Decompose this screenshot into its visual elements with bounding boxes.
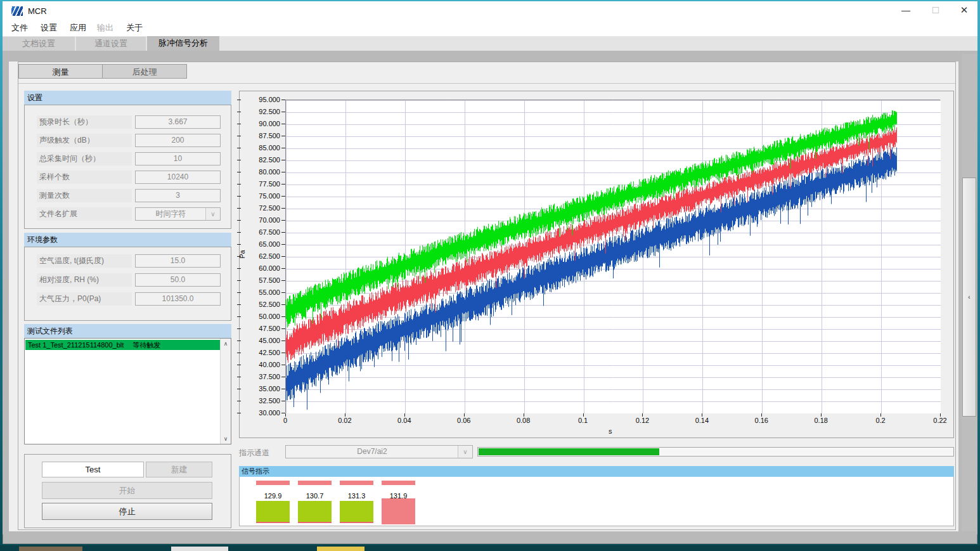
chevron-down-icon[interactable]: ∨ bbox=[205, 208, 220, 220]
y-tick-label: 47.500 bbox=[243, 325, 280, 332]
y-tick-mark bbox=[237, 377, 241, 377]
y-tick-mark bbox=[281, 196, 285, 197]
scroll-down-icon[interactable]: ∨ bbox=[221, 434, 231, 444]
x-tick-mark bbox=[761, 413, 762, 417]
environment-group-header: 环境参数 bbox=[24, 233, 231, 247]
right-scrollbar-thumb[interactable]: ‹ bbox=[962, 178, 976, 417]
y-tick-mark bbox=[281, 365, 285, 365]
x-tick-label: 0.12 bbox=[636, 417, 649, 424]
y-tick-label: 75.000 bbox=[243, 192, 280, 200]
x-tick-label: 0.22 bbox=[933, 417, 946, 424]
stop-button[interactable]: 停止 bbox=[42, 503, 212, 520]
tab-channel-settings[interactable]: 通道设置 bbox=[76, 37, 146, 51]
filename-ext-dropdown[interactable]: 时间字符 ∨ bbox=[135, 207, 221, 221]
test-file-list[interactable]: Test 1_Test_211215114800_blt等待触发 ∧ ∨ bbox=[24, 338, 231, 444]
x-tick-mark bbox=[464, 413, 465, 417]
tab-document-settings[interactable]: 文档设置 bbox=[3, 37, 75, 51]
list-scrollbar[interactable]: ∧ ∨ bbox=[220, 339, 231, 444]
y-tick-mark bbox=[281, 328, 285, 329]
trigger-level-field[interactable]: 200 bbox=[135, 134, 221, 147]
y-tick-label: 60.000 bbox=[243, 264, 280, 272]
y-tick-mark bbox=[281, 256, 285, 257]
y-tick-mark bbox=[237, 365, 241, 365]
menu-apply[interactable]: 应用 bbox=[66, 20, 90, 36]
y-tick-mark bbox=[237, 124, 241, 124]
signal-limit-bar bbox=[382, 481, 415, 485]
tab-pulse-signal-analysis[interactable]: 脉冲信号分析 bbox=[147, 36, 219, 51]
air-temp-field[interactable]: 15.0 bbox=[135, 254, 221, 268]
y-tick-mark bbox=[281, 280, 285, 281]
menu-output: 输出 bbox=[93, 20, 117, 36]
subtab-measure[interactable]: 测量 bbox=[18, 64, 103, 79]
minimize-button[interactable]: — bbox=[893, 1, 919, 19]
y-tick-mark bbox=[281, 401, 285, 401]
y-tick-mark bbox=[281, 353, 285, 353]
y-tick-label: 65.000 bbox=[243, 240, 280, 248]
y-tick-mark bbox=[237, 256, 241, 257]
test-name-field[interactable]: Test bbox=[42, 462, 144, 477]
signal-limit-bar bbox=[340, 481, 373, 485]
x-tick-mark bbox=[702, 413, 702, 417]
indicator-channel-dropdown[interactable]: Dev7/ai2 ∨ bbox=[285, 445, 473, 458]
y-tick-mark bbox=[237, 353, 241, 353]
title-bar: MCR bbox=[3, 1, 977, 20]
taskbar-icon bbox=[317, 547, 364, 551]
y-tick-mark bbox=[237, 340, 241, 341]
y-tick-mark bbox=[281, 124, 285, 124]
humidity-field[interactable]: 50.0 bbox=[135, 273, 221, 287]
field-label-trigger-level: 声级触发（dB） bbox=[37, 134, 132, 147]
x-tick-label: 0.1 bbox=[578, 417, 588, 424]
x-tick-label: 0 bbox=[283, 417, 287, 424]
maximize-button[interactable]: ☐ bbox=[922, 1, 949, 19]
x-tick-label: 0.16 bbox=[755, 417, 768, 424]
prerecord-duration-field[interactable]: 3.667 bbox=[135, 115, 221, 129]
y-tick-label: 57.500 bbox=[243, 276, 280, 284]
y-tick-mark bbox=[237, 172, 241, 172]
x-axis-title: s bbox=[609, 427, 612, 435]
y-tick-label: 87.500 bbox=[243, 132, 280, 139]
total-time-field[interactable]: 10 bbox=[135, 152, 221, 165]
new-button: 新建 bbox=[146, 462, 212, 477]
signal-level-block bbox=[382, 498, 415, 524]
pressure-field[interactable]: 101350.0 bbox=[135, 292, 221, 306]
y-tick-mark bbox=[237, 184, 241, 185]
y-tick-label: 30.000 bbox=[243, 409, 280, 417]
y-tick-label: 70.000 bbox=[243, 216, 280, 224]
signal-panel-header: 信号指示 bbox=[239, 466, 954, 477]
subtab-postprocess[interactable]: 后处理 bbox=[102, 64, 187, 79]
chevron-down-icon[interactable]: ∨ bbox=[458, 446, 472, 458]
signal-level-block bbox=[256, 501, 290, 523]
indicator-channel-label: 指示通道 bbox=[239, 448, 269, 458]
x-tick-label: 0.14 bbox=[695, 417, 709, 424]
scroll-up-icon[interactable]: ∧ bbox=[221, 339, 231, 349]
menu-file[interactable]: 文件 bbox=[8, 20, 32, 36]
y-tick-mark bbox=[281, 184, 285, 185]
y-tick-label: 92.500 bbox=[243, 108, 280, 115]
x-tick-mark bbox=[940, 413, 941, 417]
y-tick-mark bbox=[281, 172, 285, 172]
x-tick-mark bbox=[642, 413, 643, 417]
indicator-channel-value: Dev7/ai2 bbox=[286, 446, 458, 458]
start-button: 开始 bbox=[42, 482, 212, 499]
y-tick-label: 90.000 bbox=[243, 120, 280, 127]
y-tick-mark bbox=[237, 401, 241, 401]
waveform-canvas bbox=[286, 100, 941, 413]
signal-limit-bar bbox=[298, 481, 332, 485]
list-item-selected[interactable]: Test 1_Test_211215114800_blt等待触发 bbox=[25, 340, 220, 350]
menu-about[interactable]: 关于 bbox=[122, 20, 146, 36]
filename-ext-value: 时间字符 bbox=[136, 208, 206, 220]
close-button[interactable]: ✕ bbox=[951, 1, 977, 19]
sample-count-field[interactable]: 10240 bbox=[135, 171, 221, 184]
y-tick-mark bbox=[237, 328, 241, 329]
field-label-pressure: 大气压力，P0(Pa) bbox=[37, 292, 132, 306]
menu-settings[interactable]: 设置 bbox=[37, 20, 61, 36]
menu-bar: 文件 设置 应用 输出 关于 bbox=[3, 20, 977, 36]
y-tick-mark bbox=[281, 160, 285, 160]
measure-times-field[interactable]: 3 bbox=[135, 189, 221, 202]
y-tick-mark bbox=[237, 389, 241, 389]
y-tick-mark bbox=[237, 148, 241, 148]
signal-limit-bar bbox=[256, 481, 290, 485]
y-tick-mark bbox=[281, 112, 285, 112]
file-name: Test 1_Test_211215114800_blt bbox=[25, 341, 124, 349]
x-tick-mark bbox=[821, 413, 822, 417]
